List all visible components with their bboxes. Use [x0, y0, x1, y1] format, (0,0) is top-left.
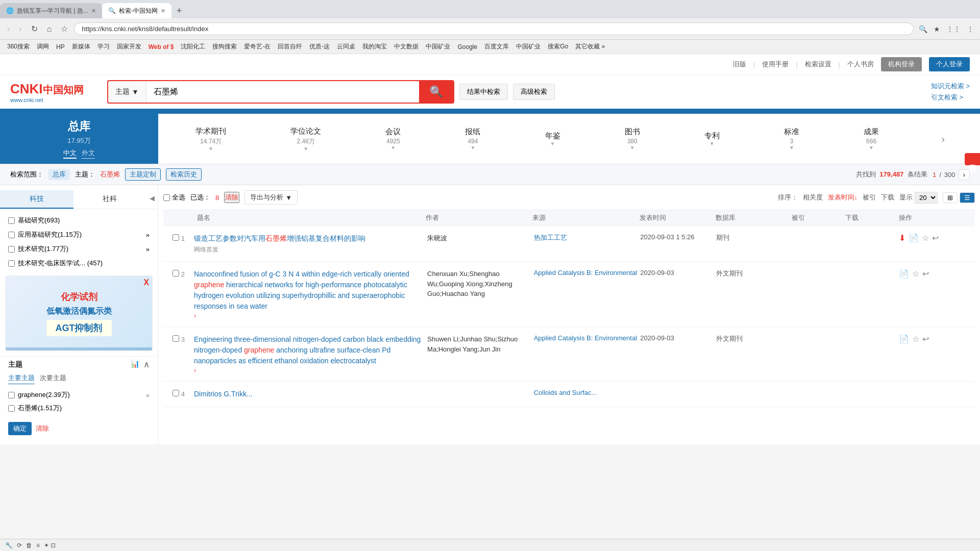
- share-icon-2[interactable]: ↩: [922, 269, 929, 279]
- sort-cited[interactable]: 被引: [863, 193, 876, 202]
- topic-chart-icon[interactable]: 📊: [131, 360, 139, 369]
- link-search-settings[interactable]: 检索设置: [805, 60, 831, 69]
- nav-icon-star[interactable]: ★: [932, 24, 942, 34]
- bookmark-youjia[interactable]: 优质-这: [306, 41, 333, 52]
- knowledge-search-link[interactable]: 知识元检索 >: [931, 82, 970, 91]
- download-icon-1[interactable]: ⬇: [899, 233, 905, 243]
- view-list-button[interactable]: ☰: [960, 192, 975, 203]
- cat-tab-thesis[interactable]: 学位论文 2.46万 ▼: [282, 120, 329, 158]
- sidebar-filter-tech-clinical[interactable]: 技术研究-临床医学试... (457): [0, 256, 158, 270]
- share-icon-1[interactable]: ↩: [932, 233, 939, 243]
- html-icon-2[interactable]: 📄: [899, 269, 909, 279]
- subtab-secondary[interactable]: 次要主题: [40, 372, 66, 384]
- star-icon-3[interactable]: ☆: [912, 334, 919, 344]
- tab-inactive[interactable]: 🌐 急锐互享—学习导航 | 急... ✕: [0, 3, 102, 18]
- cat-tab-yearbook[interactable]: 年鉴 ▼: [537, 125, 569, 153]
- nav-icon-menu[interactable]: ⋮: [965, 24, 976, 34]
- clear-selection-button[interactable]: 清除: [224, 192, 239, 203]
- result-cb-3[interactable]: [173, 335, 179, 342]
- expand-icon-2[interactable]: »: [146, 245, 150, 253]
- clear-filter-button[interactable]: 清除: [36, 424, 49, 433]
- html-icon-3[interactable]: 📄: [899, 334, 909, 344]
- search-input[interactable]: [146, 81, 419, 103]
- tab-close-active[interactable]: ✕: [161, 8, 165, 14]
- tab-active[interactable]: 🔍 检索-中国知网 ✕: [102, 3, 172, 18]
- nav-icon-search[interactable]: 🔍: [917, 24, 929, 34]
- keyword-shimo-checkbox[interactable]: [8, 405, 15, 412]
- bookmark-kuangye[interactable]: 中国矿业: [423, 41, 453, 52]
- sidebar-tab-science[interactable]: 科技: [0, 190, 74, 209]
- reload-button[interactable]: ↻: [28, 22, 41, 36]
- sort-date[interactable]: 发表时间↓: [828, 193, 858, 202]
- bookmark-button[interactable]: ☆: [58, 22, 71, 36]
- sidebar-filter-basic[interactable]: 基础研究(693): [0, 213, 158, 228]
- home-button[interactable]: ⌂: [44, 22, 55, 36]
- result-source-2[interactable]: Applied Catalysis B: Environmental: [534, 269, 641, 277]
- filter-tech-clinical-checkbox[interactable]: [8, 260, 15, 267]
- result-cb-2[interactable]: [173, 270, 179, 277]
- filter-applied-basic-checkbox[interactable]: [8, 232, 15, 238]
- search-type-dropdown[interactable]: 主题 ▼: [108, 81, 146, 103]
- expand-icon-keyword[interactable]: »: [146, 391, 150, 399]
- star-icon-1[interactable]: ☆: [922, 233, 929, 243]
- expand-arrow-3[interactable]: ›: [194, 367, 196, 374]
- display-count-select[interactable]: 2050: [915, 192, 938, 204]
- bookmark-webofs[interactable]: Web of $: [145, 42, 177, 52]
- bookmark-tiaowang[interactable]: 调网: [34, 41, 52, 52]
- cat-tab-patent[interactable]: 专利 ▼: [696, 125, 728, 153]
- bookmark-soujia[interactable]: 搜索Go: [545, 41, 571, 52]
- link-manual[interactable]: 使用手册: [762, 60, 789, 69]
- address-bar[interactable]: [74, 22, 914, 35]
- filter-basic-checkbox[interactable]: [8, 217, 15, 224]
- sort-download[interactable]: 下载: [881, 193, 894, 202]
- result-source-1[interactable]: 热加工工艺: [534, 233, 641, 242]
- bookmark-taobao[interactable]: 我的淘宝: [359, 41, 390, 52]
- bookmark-guojia[interactable]: 国家开发: [114, 41, 144, 52]
- nav-icon-apps[interactable]: ⋮⋮: [944, 24, 963, 34]
- sidebar-filter-tech[interactable]: 技术研究(1.77万) »: [0, 242, 158, 256]
- cat-tab-standard[interactable]: 标准 3 ▼: [776, 121, 807, 157]
- cat-tab-result[interactable]: 成果 666 ▼: [855, 121, 887, 157]
- cat-tab-conference[interactable]: 会议 4925 ▼: [377, 121, 409, 157]
- bookmark-huishou[interactable]: 回首自纤: [275, 41, 305, 52]
- result-subtitle-1[interactable]: 网络首发: [194, 245, 422, 254]
- scope-db-tag[interactable]: 总库: [48, 169, 70, 180]
- bookmark-hp[interactable]: HP: [53, 42, 68, 52]
- filter-tech-checkbox[interactable]: [8, 246, 15, 253]
- star-icon-2[interactable]: ☆: [912, 269, 919, 279]
- result-source-4[interactable]: Colloids and Surfac...: [534, 389, 641, 396]
- html-icon-1[interactable]: 📄: [909, 233, 919, 243]
- bookmark-study[interactable]: 学习: [94, 41, 113, 52]
- sort-relevance[interactable]: 相关度: [803, 193, 823, 202]
- cat-more-button[interactable]: ›: [935, 127, 951, 151]
- result-title-4[interactable]: Dimitrios G.Trikk...: [194, 389, 422, 399]
- result-cb-1[interactable]: [173, 234, 179, 241]
- trend-panel[interactable]: 发表年度趋势图: [965, 153, 980, 165]
- result-source-3[interactable]: Applied Catalysis B: Environmental: [534, 334, 641, 342]
- back-button[interactable]: ‹: [4, 22, 13, 36]
- bookmark-google[interactable]: Google: [454, 42, 480, 52]
- subtab-main[interactable]: 主要主题: [8, 372, 35, 384]
- search-history-button[interactable]: 检索历史: [166, 168, 202, 181]
- citation-search-link[interactable]: 引文检索 >: [931, 93, 970, 102]
- ad-close-button[interactable]: X: [143, 278, 149, 287]
- bookmark-360[interactable]: 360搜索: [4, 41, 33, 52]
- tab-close-inactive[interactable]: ✕: [91, 8, 96, 14]
- search-in-results-button[interactable]: 结果中检索: [459, 84, 508, 100]
- bookmark-media[interactable]: 新媒体: [69, 41, 93, 52]
- export-button[interactable]: 导出与分析 ▼: [244, 190, 298, 205]
- logo[interactable]: CNKI中国知网 www.cnki.net: [10, 81, 97, 103]
- cat-tab-book[interactable]: 图书 380 ▼: [617, 121, 648, 157]
- sidebar-collapse-button[interactable]: ◀: [146, 190, 158, 209]
- institution-login-button[interactable]: 机构登录: [881, 57, 922, 71]
- expand-arrow-2[interactable]: ›: [194, 312, 196, 319]
- link-old-version[interactable]: 旧版: [733, 60, 746, 69]
- confirm-button[interactable]: 确定: [8, 422, 32, 435]
- share-icon-3[interactable]: ↩: [922, 334, 929, 344]
- result-title-1[interactable]: 锻造工艺参数对汽车用石墨烯增强铝基复合材料的影响: [194, 233, 422, 244]
- bookmark-aiqiyi[interactable]: 爱奇艺-在: [241, 41, 274, 52]
- bookmark-cloud[interactable]: 云同桌: [334, 41, 358, 52]
- search-submit-button[interactable]: 🔍: [419, 81, 453, 103]
- topic-collapse-icon[interactable]: ∧: [143, 360, 150, 369]
- cat-tab-newspaper[interactable]: 报纸 494 ▼: [457, 121, 488, 157]
